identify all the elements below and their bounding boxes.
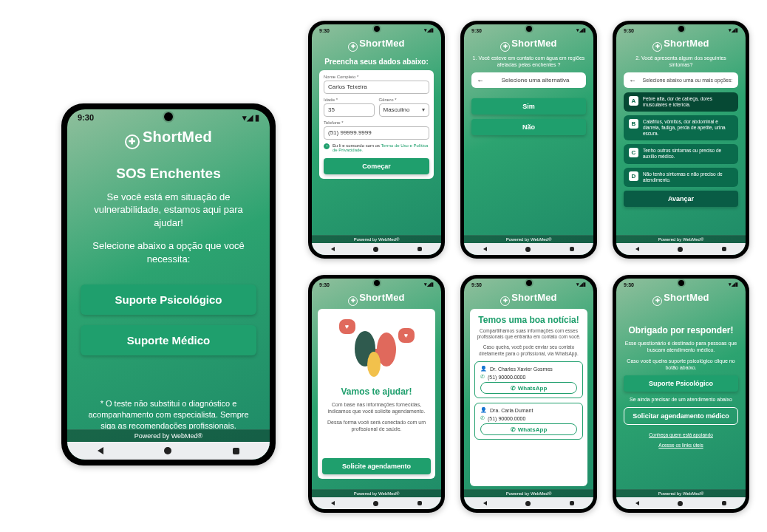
status-icons: ▾◢▮: [729, 27, 738, 33]
camera-hole: [678, 26, 684, 32]
psych-support-button-2[interactable]: Suporte Psicológico: [624, 375, 738, 392]
phone-input[interactable]: (51) 99999.9999: [324, 126, 429, 140]
doc1-name: Dr. Charles Xavier Gosmes: [490, 366, 553, 372]
thanks-title: Obrigado por responder!: [624, 325, 738, 335]
navbar: [67, 442, 270, 460]
nav-back-icon[interactable]: [98, 447, 103, 454]
navbar: [464, 497, 593, 509]
footer: Powered by WebMed®: [312, 489, 441, 497]
form-title: Preencha seus dados abaixo:: [319, 58, 434, 66]
camera-hole: [526, 26, 532, 32]
gender-label: Gênero *: [379, 98, 430, 102]
family-illustration: ♥ ♥ ♥: [336, 316, 417, 379]
request-schedule-button[interactable]: Solicitar agendamento médico: [624, 407, 738, 425]
terms-checkbox-row[interactable]: Eu li e concordo com os Termo de Uso e P…: [324, 143, 429, 152]
chevron-down-icon: ▾: [422, 106, 425, 113]
statusbar: 9:30 ▾◢▮: [464, 24, 593, 36]
name-input[interactable]: Carlos Teixeira: [324, 81, 429, 94]
option-c[interactable]: C Tenho outros sintomas ou preciso de au…: [624, 144, 738, 163]
phone-q1: 9:30 ▾◢▮ ✚ShortMed 1. Você esteve em con…: [460, 21, 597, 259]
nav-back-icon[interactable]: [635, 501, 639, 505]
psych-support-button[interactable]: Suporte Psicológico: [81, 284, 256, 315]
statusbar: 9:30 ▾◢▮: [616, 279, 746, 290]
nav-home-icon[interactable]: [525, 501, 531, 506]
option-letter: C: [629, 148, 638, 157]
nav-home-icon[interactable]: [164, 447, 171, 454]
intro-text: Se você está em situação de vulnerabilid…: [81, 191, 256, 230]
nav-home-icon[interactable]: [678, 501, 683, 506]
content: SOS Enchentes Se você está em situação d…: [67, 154, 270, 430]
nav-home-icon[interactable]: [373, 501, 378, 506]
disclaimer: * O teste não substitui o diagnóstico e …: [81, 398, 256, 429]
advance-button[interactable]: Avançar: [624, 191, 738, 207]
nav-recent-icon[interactable]: [722, 501, 726, 505]
nav-back-icon[interactable]: [483, 247, 487, 251]
nav-home-icon[interactable]: [373, 247, 378, 252]
back-arrow-icon[interactable]: ←: [477, 76, 484, 84]
whatsapp-button-1[interactable]: ✆WhatsApp: [480, 382, 577, 394]
q2-prompt: Selecione abaixo uma ou mais opções:: [642, 78, 733, 83]
nav-back-icon[interactable]: [331, 247, 335, 251]
doctors-p1: Compartilhamos suas informações com esse…: [474, 328, 583, 341]
useful-links[interactable]: Acesse os links úteis: [624, 443, 738, 449]
supporters-link[interactable]: Conheça quem está apoiando: [624, 432, 738, 438]
status-time: 9:30: [319, 282, 330, 287]
navbar: [464, 243, 593, 255]
thanks-p3: Se ainda precisar de um atendimento abai…: [624, 396, 738, 403]
prompt-text: Selecione abaixo a opção que você necess…: [81, 239, 256, 265]
nav-back-icon[interactable]: [331, 501, 335, 505]
doc2-phone: (51) 90000.0000: [488, 416, 525, 421]
help-p2: Dessa forma você será conectado com um p…: [322, 419, 431, 432]
statusbar: 9:30 ▾◢▮: [312, 279, 441, 290]
back-arrow-icon[interactable]: ←: [629, 76, 636, 84]
schedule-button[interactable]: Solicite agendamento: [322, 458, 431, 474]
option-letter: D: [629, 171, 638, 181]
no-button[interactable]: Não: [471, 119, 586, 135]
whatsapp-icon: ✆: [511, 385, 516, 392]
option-b[interactable]: B Calafrios, vômitos, dor abdominal e di…: [624, 115, 738, 140]
navbar: [616, 497, 746, 509]
nav-recent-icon[interactable]: [233, 448, 239, 454]
footer: Powered by WebMed®: [464, 235, 593, 243]
nav-recent-icon[interactable]: [417, 501, 422, 505]
form-card: Nome Completo * Carlos Teixeira Idade * …: [319, 70, 434, 179]
help-card: ♥ ♥ ♥ Vamos te ajudar! Com base nas info…: [318, 309, 435, 479]
q2-text: 2. Você apresenta algum dos seguintes si…: [624, 55, 738, 68]
medical-support-button[interactable]: Suporte Médico: [81, 325, 256, 355]
thanks-p1: Esse questionário é destinado para pesso…: [624, 340, 738, 353]
phone-doctors: 9:30 ▾◢▮ ✚ShortMed Temos uma boa notícia…: [460, 275, 597, 513]
doctors-title: Temos uma boa notícia!: [474, 315, 583, 325]
gender-select[interactable]: Masculino▾: [379, 103, 430, 117]
yes-button[interactable]: Sim: [471, 98, 586, 115]
nav-home-icon[interactable]: [678, 247, 683, 252]
doctors-card: Temos uma boa notícia! Compartilhamos su…: [470, 309, 587, 486]
help-title: Vamos te ajudar!: [322, 386, 431, 397]
thanks-p2: Caso você queira suporte psicológico cli…: [624, 358, 738, 371]
whatsapp-icon: ✆: [511, 426, 516, 433]
camera-hole: [374, 26, 380, 32]
phone-icon: ✆: [480, 415, 485, 421]
nav-back-icon[interactable]: [635, 247, 639, 251]
status-time: 9:30: [624, 282, 634, 287]
phone-help: 9:30 ▾◢▮ ✚ShortMed ♥ ♥ ♥ Vamos te ajudar…: [308, 275, 445, 513]
statusbar: 9:30 ▾◢▮: [616, 24, 746, 36]
footer: Powered by WebMed®: [67, 429, 270, 442]
nav-recent-icon[interactable]: [570, 501, 574, 505]
q1-text: 1. Você esteve em contato com água em re…: [471, 55, 586, 68]
nav-home-icon[interactable]: [525, 247, 531, 252]
nav-recent-icon[interactable]: [722, 247, 726, 251]
nav-recent-icon[interactable]: [417, 247, 422, 251]
nav-back-icon[interactable]: [483, 501, 487, 505]
statusbar: 9:30 ▾◢▮: [67, 109, 270, 126]
nav-recent-icon[interactable]: [570, 247, 574, 251]
start-button[interactable]: Começar: [324, 158, 429, 174]
option-d[interactable]: D Não tenho sintomas e não preciso de at…: [624, 168, 738, 187]
option-a[interactable]: A Febre alta, dor de cabeça, dores muscu…: [624, 92, 738, 112]
navbar: [616, 243, 746, 255]
terms-checkbox[interactable]: [324, 143, 330, 149]
brand-logo: ✚ShortMed: [616, 290, 746, 309]
help-p1: Com base nas informações fornecidas, ind…: [322, 401, 431, 415]
age-input[interactable]: 35: [324, 103, 375, 117]
whatsapp-button-2[interactable]: ✆WhatsApp: [480, 423, 577, 435]
screen-q2: 9:30 ▾◢▮ ✚ShortMed 2. Você apresenta alg…: [616, 24, 746, 255]
